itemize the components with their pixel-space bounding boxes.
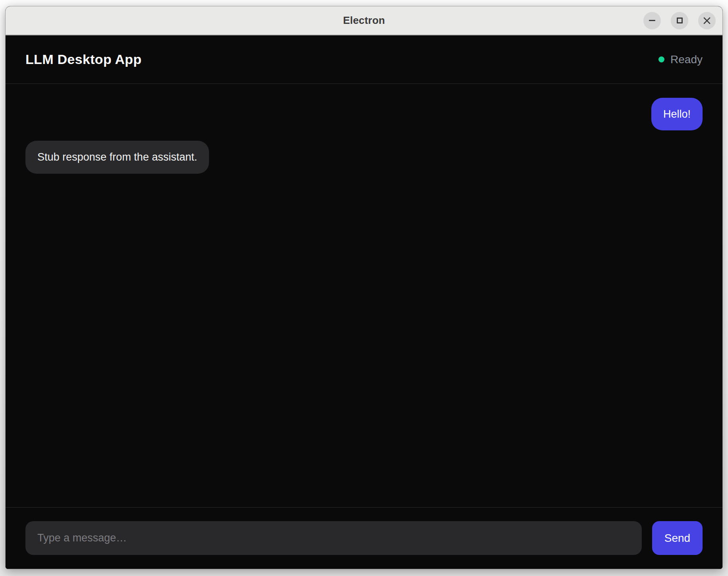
app-header: LLM Desktop App Ready: [6, 35, 722, 84]
maximize-button[interactable]: [671, 12, 688, 29]
status-dot-icon: [658, 56, 664, 62]
window-title: Electron: [343, 14, 385, 27]
message-bubble-user: Hello!: [651, 98, 703, 130]
app-content: LLM Desktop App Ready Hello! Stub respon…: [6, 35, 722, 569]
app-window: Electron LLM Desktop App Ready Hel: [5, 6, 723, 569]
message-input[interactable]: [25, 521, 642, 555]
status-label: Ready: [670, 53, 703, 66]
titlebar[interactable]: Electron: [6, 6, 722, 35]
maximize-icon: [677, 17, 683, 23]
close-icon: [703, 16, 711, 25]
minimize-button[interactable]: [643, 12, 661, 29]
window-controls: [643, 12, 716, 29]
page-title: LLM Desktop App: [25, 52, 141, 67]
composer: Send: [6, 507, 722, 569]
close-button[interactable]: [698, 12, 716, 29]
status-indicator: Ready: [658, 53, 703, 66]
message-bubble-assistant: Stub response from the assistant.: [25, 141, 209, 173]
chat-area: Hello! Stub response from the assistant.: [6, 84, 722, 507]
minimize-icon: [649, 20, 655, 21]
send-button[interactable]: Send: [652, 521, 703, 555]
